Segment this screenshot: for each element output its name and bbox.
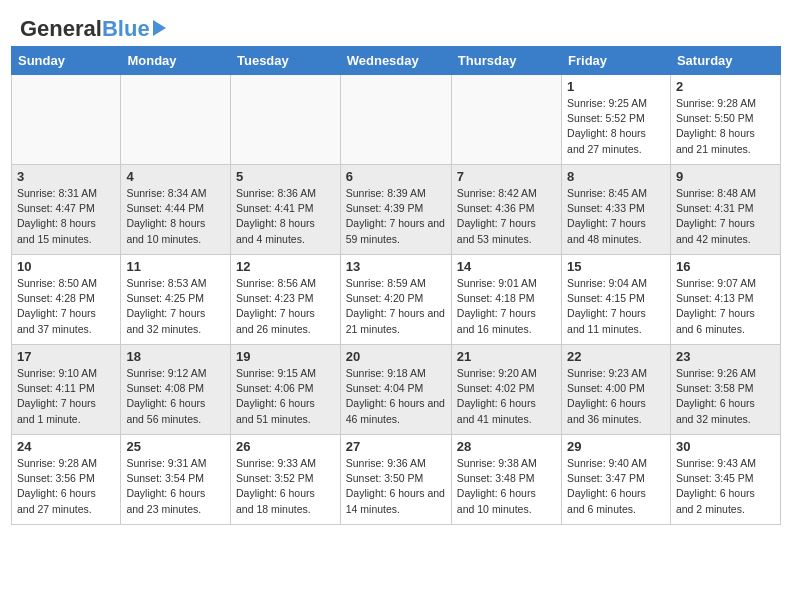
day-number: 3 [17,169,115,184]
logo: General Blue [20,16,166,42]
day-number: 23 [676,349,775,364]
calendar-cell: 27Sunrise: 9:36 AM Sunset: 3:50 PM Dayli… [340,435,451,525]
day-number: 28 [457,439,556,454]
calendar-week-1: 1Sunrise: 9:25 AM Sunset: 5:52 PM Daylig… [12,75,781,165]
calendar-cell [12,75,121,165]
day-number: 12 [236,259,335,274]
calendar-cell: 24Sunrise: 9:28 AM Sunset: 3:56 PM Dayli… [12,435,121,525]
calendar-cell: 17Sunrise: 9:10 AM Sunset: 4:11 PM Dayli… [12,345,121,435]
day-info: Sunrise: 9:33 AM Sunset: 3:52 PM Dayligh… [236,456,335,517]
calendar-cell: 21Sunrise: 9:20 AM Sunset: 4:02 PM Dayli… [451,345,561,435]
day-number: 6 [346,169,446,184]
day-info: Sunrise: 9:28 AM Sunset: 5:50 PM Dayligh… [676,96,775,157]
day-number: 11 [126,259,225,274]
calendar-body: 1Sunrise: 9:25 AM Sunset: 5:52 PM Daylig… [12,75,781,525]
weekday-header-wednesday: Wednesday [340,47,451,75]
day-info: Sunrise: 8:45 AM Sunset: 4:33 PM Dayligh… [567,186,665,247]
calendar-week-5: 24Sunrise: 9:28 AM Sunset: 3:56 PM Dayli… [12,435,781,525]
day-info: Sunrise: 9:31 AM Sunset: 3:54 PM Dayligh… [126,456,225,517]
day-number: 15 [567,259,665,274]
day-number: 24 [17,439,115,454]
calendar-week-4: 17Sunrise: 9:10 AM Sunset: 4:11 PM Dayli… [12,345,781,435]
calendar-cell: 14Sunrise: 9:01 AM Sunset: 4:18 PM Dayli… [451,255,561,345]
logo-blue-text: Blue [102,16,150,42]
calendar-cell: 18Sunrise: 9:12 AM Sunset: 4:08 PM Dayli… [121,345,231,435]
header: General Blue [0,0,792,46]
calendar-week-2: 3Sunrise: 8:31 AM Sunset: 4:47 PM Daylig… [12,165,781,255]
day-number: 14 [457,259,556,274]
day-info: Sunrise: 8:50 AM Sunset: 4:28 PM Dayligh… [17,276,115,337]
calendar-cell [340,75,451,165]
calendar-cell: 1Sunrise: 9:25 AM Sunset: 5:52 PM Daylig… [562,75,671,165]
day-info: Sunrise: 8:34 AM Sunset: 4:44 PM Dayligh… [126,186,225,247]
weekday-header-friday: Friday [562,47,671,75]
day-info: Sunrise: 9:40 AM Sunset: 3:47 PM Dayligh… [567,456,665,517]
calendar-cell: 29Sunrise: 9:40 AM Sunset: 3:47 PM Dayli… [562,435,671,525]
calendar-cell [230,75,340,165]
calendar-cell: 6Sunrise: 8:39 AM Sunset: 4:39 PM Daylig… [340,165,451,255]
day-info: Sunrise: 9:23 AM Sunset: 4:00 PM Dayligh… [567,366,665,427]
day-info: Sunrise: 9:15 AM Sunset: 4:06 PM Dayligh… [236,366,335,427]
day-info: Sunrise: 9:43 AM Sunset: 3:45 PM Dayligh… [676,456,775,517]
weekday-header-tuesday: Tuesday [230,47,340,75]
day-number: 13 [346,259,446,274]
day-info: Sunrise: 9:28 AM Sunset: 3:56 PM Dayligh… [17,456,115,517]
day-number: 9 [676,169,775,184]
calendar-cell: 5Sunrise: 8:36 AM Sunset: 4:41 PM Daylig… [230,165,340,255]
day-info: Sunrise: 9:25 AM Sunset: 5:52 PM Dayligh… [567,96,665,157]
calendar-cell: 4Sunrise: 8:34 AM Sunset: 4:44 PM Daylig… [121,165,231,255]
day-number: 5 [236,169,335,184]
day-number: 30 [676,439,775,454]
calendar-cell: 3Sunrise: 8:31 AM Sunset: 4:47 PM Daylig… [12,165,121,255]
day-info: Sunrise: 8:59 AM Sunset: 4:20 PM Dayligh… [346,276,446,337]
weekday-header-thursday: Thursday [451,47,561,75]
logo-arrow-icon [153,20,166,36]
calendar-cell: 25Sunrise: 9:31 AM Sunset: 3:54 PM Dayli… [121,435,231,525]
day-info: Sunrise: 9:01 AM Sunset: 4:18 PM Dayligh… [457,276,556,337]
day-info: Sunrise: 8:42 AM Sunset: 4:36 PM Dayligh… [457,186,556,247]
day-number: 2 [676,79,775,94]
day-info: Sunrise: 9:20 AM Sunset: 4:02 PM Dayligh… [457,366,556,427]
calendar-cell: 22Sunrise: 9:23 AM Sunset: 4:00 PM Dayli… [562,345,671,435]
calendar-cell: 30Sunrise: 9:43 AM Sunset: 3:45 PM Dayli… [670,435,780,525]
day-number: 8 [567,169,665,184]
logo-general-text: General [20,16,102,42]
day-number: 29 [567,439,665,454]
calendar-week-3: 10Sunrise: 8:50 AM Sunset: 4:28 PM Dayli… [12,255,781,345]
day-number: 7 [457,169,556,184]
calendar-cell: 28Sunrise: 9:38 AM Sunset: 3:48 PM Dayli… [451,435,561,525]
calendar-header: SundayMondayTuesdayWednesdayThursdayFrid… [12,47,781,75]
day-number: 18 [126,349,225,364]
weekday-header-saturday: Saturday [670,47,780,75]
day-number: 1 [567,79,665,94]
calendar-cell: 19Sunrise: 9:15 AM Sunset: 4:06 PM Dayli… [230,345,340,435]
day-info: Sunrise: 8:53 AM Sunset: 4:25 PM Dayligh… [126,276,225,337]
day-info: Sunrise: 9:04 AM Sunset: 4:15 PM Dayligh… [567,276,665,337]
calendar-cell: 9Sunrise: 8:48 AM Sunset: 4:31 PM Daylig… [670,165,780,255]
page-container: General Blue SundayMondayTuesdayWednesda… [0,0,792,535]
day-info: Sunrise: 9:38 AM Sunset: 3:48 PM Dayligh… [457,456,556,517]
day-number: 19 [236,349,335,364]
day-number: 16 [676,259,775,274]
calendar-cell: 10Sunrise: 8:50 AM Sunset: 4:28 PM Dayli… [12,255,121,345]
calendar-cell: 12Sunrise: 8:56 AM Sunset: 4:23 PM Dayli… [230,255,340,345]
day-number: 27 [346,439,446,454]
calendar-cell: 23Sunrise: 9:26 AM Sunset: 3:58 PM Dayli… [670,345,780,435]
day-number: 21 [457,349,556,364]
calendar-cell: 16Sunrise: 9:07 AM Sunset: 4:13 PM Dayli… [670,255,780,345]
calendar-cell: 20Sunrise: 9:18 AM Sunset: 4:04 PM Dayli… [340,345,451,435]
weekday-header-monday: Monday [121,47,231,75]
calendar-cell: 7Sunrise: 8:42 AM Sunset: 4:36 PM Daylig… [451,165,561,255]
calendar-cell: 11Sunrise: 8:53 AM Sunset: 4:25 PM Dayli… [121,255,231,345]
day-info: Sunrise: 9:12 AM Sunset: 4:08 PM Dayligh… [126,366,225,427]
calendar-cell: 13Sunrise: 8:59 AM Sunset: 4:20 PM Dayli… [340,255,451,345]
day-number: 26 [236,439,335,454]
day-info: Sunrise: 9:26 AM Sunset: 3:58 PM Dayligh… [676,366,775,427]
day-number: 25 [126,439,225,454]
calendar-cell: 2Sunrise: 9:28 AM Sunset: 5:50 PM Daylig… [670,75,780,165]
day-info: Sunrise: 8:31 AM Sunset: 4:47 PM Dayligh… [17,186,115,247]
day-number: 20 [346,349,446,364]
day-info: Sunrise: 8:39 AM Sunset: 4:39 PM Dayligh… [346,186,446,247]
day-info: Sunrise: 9:36 AM Sunset: 3:50 PM Dayligh… [346,456,446,517]
calendar-cell [121,75,231,165]
